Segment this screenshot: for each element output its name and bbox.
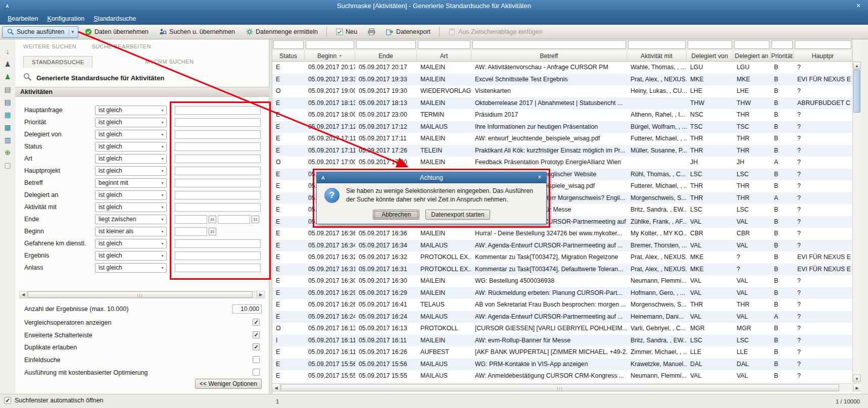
save-icon[interactable]: ▤ bbox=[3, 85, 12, 93]
value-input[interactable] bbox=[175, 203, 261, 212]
tab-weitere-suchen[interactable]: WEITERE SUCHEN bbox=[23, 43, 76, 49]
table-row[interactable]: E05.09.2017 18:1305.09.2017 18:13MAILEIN… bbox=[272, 97, 852, 110]
value-input[interactable] bbox=[175, 142, 261, 151]
operator-select[interactable]: ist gleich▼ bbox=[95, 202, 167, 212]
operator-select[interactable]: ist gleich▼ bbox=[95, 190, 167, 200]
person-icon[interactable]: ♟ bbox=[3, 60, 12, 68]
operator-select[interactable]: ist gleich▼ bbox=[95, 251, 167, 261]
checkbox[interactable]: ✓ bbox=[253, 343, 260, 350]
table-row[interactable]: E05.09.2017 17:1105.09.2017 17:26TELEINP… bbox=[272, 145, 852, 157]
column-header[interactable]: Delegiert von bbox=[687, 50, 733, 61]
operator-select[interactable]: ist gleich▼ bbox=[95, 130, 167, 139]
datenexport-starten-button[interactable]: Datenexport starten bbox=[425, 210, 490, 220]
scrollbar-thumb[interactable]: ||| bbox=[28, 291, 253, 298]
window-close-button[interactable]: × bbox=[854, 2, 863, 11]
dialog-close-button[interactable]: × bbox=[536, 174, 544, 182]
table-row[interactable]: E05.09.2017 15:5605.09.2017 15:56MAILAUS… bbox=[272, 359, 852, 371]
operator-select[interactable]: ist gleich▼ bbox=[95, 239, 167, 248]
table-row[interactable]: E05.09.2017 17:1205.09.2017 17:12MAILAUS… bbox=[272, 121, 852, 133]
table-row[interactable]: O05.09.2017 16:1305.09.2017 16:13PROTOKO… bbox=[272, 323, 852, 335]
column-header[interactable]: Aktivität mit bbox=[627, 50, 687, 61]
operator-select[interactable]: ist gleich▼ bbox=[95, 118, 167, 127]
column-header[interactable]: Hauptpr bbox=[794, 50, 852, 61]
table-icon[interactable]: ▦ bbox=[3, 111, 12, 119]
datenmenge-ermitteln-button[interactable]: Datenmenge ermitteln bbox=[241, 26, 322, 38]
suche-ausfuehren-button[interactable]: Suche ausführen▾ bbox=[2, 26, 78, 38]
column-header[interactable]: Beginn▼ bbox=[305, 50, 355, 61]
table-row[interactable]: O05.09.2017 17:0005.09.2017 17:00MAILEIN… bbox=[272, 157, 852, 169]
value-input[interactable] bbox=[175, 251, 261, 260]
operator-select[interactable]: ist gleich▼ bbox=[95, 154, 167, 164]
document-icon[interactable]: ▢ bbox=[3, 161, 12, 169]
menu-item-bearbeiten[interactable]: Bearbeiten bbox=[3, 14, 42, 24]
date-input[interactable] bbox=[175, 227, 207, 236]
table-row[interactable]: I05.09.2017 16:1105.09.2017 16:11MAILEIN… bbox=[272, 335, 852, 347]
tab-mycrm-suchen[interactable]: MYCRM SUCHEN bbox=[137, 56, 202, 68]
column-filter-input[interactable] bbox=[306, 40, 354, 49]
value-input[interactable] bbox=[175, 264, 261, 272]
daten-uebernehmen-button[interactable]: Daten übernehmen bbox=[80, 26, 153, 38]
scroll-up-icon[interactable]: ▲ bbox=[853, 62, 861, 69]
table-row[interactable]: E05.09.2017 16:2605.09.2017 16:41TELAUSA… bbox=[272, 299, 852, 311]
calendar-icon[interactable]: 31 bbox=[209, 228, 216, 235]
calendar-icon[interactable]: 31 bbox=[209, 216, 216, 223]
checkbox[interactable]: ✓ bbox=[4, 397, 11, 404]
column-filter-input[interactable] bbox=[356, 40, 416, 49]
table-row[interactable]: E05.09.2017 16:2905.09.2017 16:29MAILEIN… bbox=[272, 287, 852, 299]
operator-select[interactable]: ist gleich▼ bbox=[95, 166, 167, 176]
value-input[interactable] bbox=[175, 118, 261, 127]
new-contact-icon[interactable]: ⊕ bbox=[3, 148, 12, 157]
horizontal-scrollbar-thumb[interactable]: ||| bbox=[281, 384, 839, 391]
operator-select[interactable]: ist kleiner als▼ bbox=[95, 227, 167, 236]
form-horizontal-scrollbar[interactable]: ◀ ||| ▶ bbox=[19, 291, 265, 298]
table-row[interactable]: E05.09.2017 16:2405.09.2017 16:24MAILAUS… bbox=[272, 311, 852, 323]
column-filter-input[interactable] bbox=[734, 40, 769, 49]
table-row[interactable]: E05.09.2017 16:3405.09.2017 16:34MAILAUS… bbox=[272, 240, 852, 252]
table-row[interactable]: E05.09.2017 16:3005.09.2017 16:30MAILEIN… bbox=[272, 275, 852, 287]
table-row[interactable]: E05.09.2017 16:3205.09.2017 16:32PROTOKO… bbox=[272, 251, 852, 264]
scroll-right-icon[interactable]: ▶ bbox=[257, 291, 264, 298]
table-row[interactable]: E05.09.2017 15:5505.09.2017 15:55MAILAUS… bbox=[272, 370, 852, 382]
column-filter-input[interactable] bbox=[418, 40, 470, 49]
value-input[interactable] bbox=[175, 191, 261, 199]
value-input[interactable] bbox=[175, 179, 261, 187]
table-row[interactable]: E05.09.2017 19:3305.09.2017 19:33MAILEIN… bbox=[272, 74, 852, 86]
operator-select[interactable]: ist gleich▼ bbox=[95, 142, 167, 151]
operator-select[interactable]: ist gleich▼ bbox=[95, 106, 167, 115]
value-input[interactable] bbox=[175, 106, 261, 115]
drucken-button[interactable] bbox=[363, 26, 380, 38]
value-input[interactable] bbox=[175, 167, 261, 175]
checkbox[interactable] bbox=[253, 369, 260, 376]
scroll-left-icon[interactable]: ◀ bbox=[20, 291, 27, 298]
scroll-right-icon[interactable]: ▶ bbox=[853, 384, 861, 392]
table-row[interactable]: O05.09.2017 19:0005.09.2017 19:30WIEDERV… bbox=[272, 85, 852, 97]
vertical-scrollbar-thumb[interactable] bbox=[853, 70, 860, 113]
table-row[interactable]: E05.09.2017 16:3105.09.2017 16:31PROTOKO… bbox=[272, 264, 852, 276]
tab-standardsuche[interactable]: STANDARDSUCHE bbox=[23, 56, 92, 68]
operator-select[interactable]: ist gleich▼ bbox=[95, 263, 167, 273]
date-input[interactable] bbox=[218, 215, 250, 224]
abbrechen-button[interactable]: Abbrechen bbox=[373, 210, 419, 220]
column-header[interactable]: Delegiert an bbox=[733, 50, 770, 61]
column-filter-input[interactable] bbox=[628, 40, 686, 49]
table-row[interactable]: E05.09.2017 17:1105.09.2017 17:11MAILEIN… bbox=[272, 133, 852, 145]
column-filter-input[interactable] bbox=[795, 40, 851, 49]
column-filter-input[interactable] bbox=[273, 40, 304, 49]
column-filter-input[interactable] bbox=[472, 40, 626, 49]
scroll-down-icon[interactable]: ▼ bbox=[853, 375, 861, 382]
menu-item-standardsuche[interactable]: Standardsuche bbox=[89, 14, 140, 24]
scroll-left-icon[interactable]: ◀ bbox=[272, 384, 280, 392]
weniger-optionen-button[interactable]: << Weniger Optionen bbox=[195, 379, 262, 389]
vertical-scrollbar[interactable]: ▲ ▼ bbox=[852, 39, 861, 382]
folder-icon[interactable]: ▥ bbox=[3, 136, 12, 144]
column-header[interactable]: Art bbox=[417, 50, 471, 61]
import-icon[interactable]: ↓ bbox=[3, 47, 12, 56]
value-input[interactable] bbox=[175, 239, 261, 248]
dropdown-arrow-icon[interactable]: ▾ bbox=[69, 29, 74, 34]
table-row[interactable]: E05.09.2017 20:1705.09.2017 20:17MAILEIN… bbox=[272, 62, 852, 74]
tab-suche-bearbeiten[interactable]: SUCHE BEARBEITEN bbox=[91, 43, 151, 49]
table-row[interactable]: E05.09.2017 18:0005.09.2017 23:00TERMINP… bbox=[272, 109, 852, 121]
value-input[interactable] bbox=[175, 130, 261, 139]
column-header[interactable]: Status bbox=[272, 50, 305, 61]
datenexport-button[interactable]: Datenexport bbox=[381, 26, 435, 38]
